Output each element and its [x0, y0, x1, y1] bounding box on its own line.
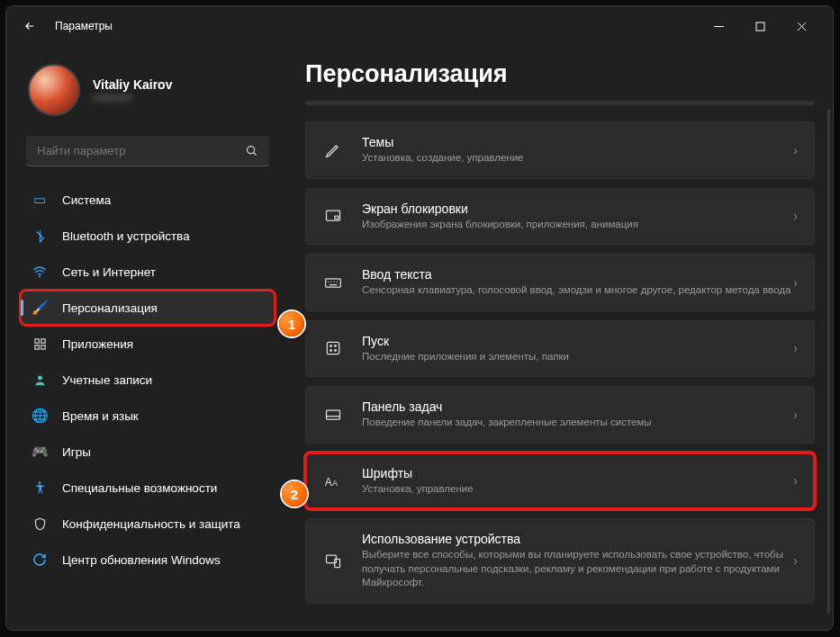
user-name: Vitaliy Kairov [93, 77, 172, 92]
card-sub: Сенсорная клавиатура, голосовой ввод, эм… [362, 283, 793, 298]
user-email: redacted [93, 92, 172, 103]
sidebar-item-update[interactable]: Центр обновления Windows [21, 543, 275, 577]
svg-rect-17 [327, 410, 340, 419]
sidebar-item-label: Конфиденциальность и защита [62, 517, 240, 531]
sidebar-item-label: Учетные записи [62, 373, 152, 387]
sidebar-item-personalization[interactable]: 🖌️Персонализация [21, 291, 275, 325]
sidebar-item-label: Сеть и Интернет [62, 265, 156, 279]
svg-rect-5 [34, 345, 38, 348]
avatar [28, 64, 80, 116]
card-sub: Последние приложения и элементы, папки [362, 350, 793, 364]
chevron-right-icon: › [793, 143, 798, 157]
chevron-right-icon: › [793, 473, 798, 488]
search-input[interactable] [26, 136, 269, 166]
card-title: Панель задач [362, 399, 793, 414]
apps-icon [32, 336, 48, 352]
accessibility-icon [32, 480, 48, 496]
sidebar-item-accounts[interactable]: Учетные записи [21, 363, 275, 397]
person-icon [32, 372, 48, 388]
svg-point-7 [38, 375, 42, 380]
shield-icon [32, 516, 48, 532]
svg-rect-3 [34, 338, 38, 342]
scrollbar[interactable] [827, 109, 830, 614]
back-button[interactable] [17, 13, 42, 39]
sidebar-item-label: Персонализация [62, 301, 158, 315]
window-controls [698, 12, 822, 40]
start-icon [322, 339, 344, 357]
card-title: Шрифты [362, 466, 793, 480]
sidebar-item-bluetooth[interactable]: Bluetooth и устройства [21, 219, 275, 253]
card-start[interactable]: ПускПоследние приложения и элементы, пап… [305, 320, 815, 378]
titlebar: Параметры [6, 6, 833, 46]
keyboard-icon [322, 274, 344, 292]
card-textinput[interactable]: Ввод текстаСенсорная клавиатура, голосов… [305, 254, 815, 311]
card-sub: Выберите все способы, которыми вы планир… [362, 548, 793, 590]
deviceusage-icon [322, 552, 344, 570]
lockscreen-icon [322, 207, 344, 225]
card-sub: Изображения экрана блокировки, приложени… [362, 218, 793, 232]
card-title: Темы [362, 135, 793, 149]
sidebar-item-label: Игры [62, 445, 91, 459]
card-deviceusage[interactable]: Использование устройстваВыберите все спо… [305, 518, 815, 604]
card-title: Ввод текста [362, 267, 793, 282]
display-icon: ▭ [32, 192, 48, 208]
annotation-badge-2: 2 [282, 481, 307, 507]
sidebar-item-network[interactable]: Сеть и Интернет [21, 255, 275, 289]
svg-rect-6 [41, 345, 44, 348]
svg-text:A: A [325, 476, 332, 489]
svg-point-13 [330, 345, 332, 347]
svg-point-14 [335, 345, 337, 347]
sidebar-item-gaming[interactable]: 🎮Игры [21, 435, 275, 469]
gamepad-icon: 🎮 [32, 444, 48, 460]
sidebar-item-label: Центр обновления Windows [62, 553, 221, 567]
svg-point-15 [330, 350, 332, 352]
card-lockscreen[interactable]: Экран блокировкиИзображения экрана блоки… [305, 188, 815, 246]
nav: ▭Система Bluetooth и устройства Сеть и И… [21, 183, 275, 577]
sidebar-item-label: Специальные возможности [62, 481, 217, 495]
sidebar: Vitaliy Kairov redacted ▭Система Bluetoo… [6, 46, 284, 630]
minimize-button[interactable] [698, 12, 739, 40]
window-title: Параметры [55, 20, 113, 32]
bluetooth-icon [32, 228, 48, 244]
wifi-icon [32, 264, 48, 280]
svg-text:A: A [332, 479, 339, 488]
divider [305, 101, 815, 105]
sidebar-item-label: Система [62, 193, 111, 207]
search-field[interactable] [37, 144, 245, 157]
taskbar-icon [322, 406, 344, 424]
sidebar-item-label: Bluetooth и устройства [62, 229, 190, 243]
card-fonts[interactable]: AA ШрифтыУстановка, управление › [305, 453, 815, 510]
chevron-right-icon: › [793, 209, 798, 223]
card-title: Пуск [362, 334, 793, 348]
clock-globe-icon: 🌐 [32, 408, 48, 424]
card-taskbar[interactable]: Панель задачПоведение панели задач, закр… [305, 386, 815, 444]
sidebar-item-time[interactable]: 🌐Время и язык [21, 399, 275, 433]
chevron-right-icon: › [793, 341, 798, 355]
sidebar-item-system[interactable]: ▭Система [21, 183, 275, 217]
page-title: Персонализация [305, 60, 815, 88]
fonts-icon: AA [322, 471, 344, 490]
svg-point-1 [248, 147, 255, 154]
sidebar-item-privacy[interactable]: Конфиденциальность и защита [21, 507, 275, 541]
svg-point-2 [39, 275, 41, 277]
svg-rect-0 [756, 22, 764, 31]
user-block[interactable]: Vitaliy Kairov redacted [28, 64, 275, 116]
card-sub: Установка, управление [362, 482, 793, 497]
maximize-button[interactable] [739, 12, 781, 40]
svg-point-8 [39, 481, 41, 484]
close-button[interactable] [781, 12, 822, 40]
brush-icon: 🖌️ [32, 300, 48, 316]
sidebar-item-apps[interactable]: Приложения [21, 327, 275, 361]
card-sub: Установка, создание, управление [362, 151, 793, 166]
sidebar-item-label: Приложения [62, 337, 133, 351]
svg-rect-12 [327, 343, 339, 354]
chevron-right-icon: › [793, 553, 798, 568]
card-title: Использование устройства [362, 532, 793, 546]
pen-icon [322, 141, 344, 159]
sidebar-item-label: Время и язык [62, 409, 139, 423]
card-sub: Поведение панели задач, закрепленные эле… [362, 416, 793, 430]
svg-rect-10 [335, 216, 339, 219]
sidebar-item-accessibility[interactable]: Специальные возможности [21, 471, 275, 505]
svg-point-16 [335, 350, 337, 352]
card-themes[interactable]: ТемыУстановка, создание, управление › [305, 121, 815, 179]
